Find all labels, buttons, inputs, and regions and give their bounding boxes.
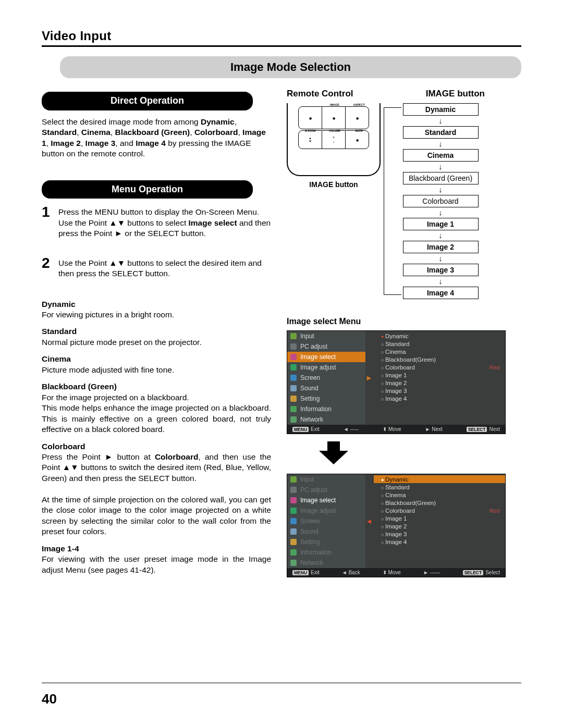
flow-box: Image 2 [403, 241, 479, 253]
mode-desc: For viewing with the user preset image m… [42, 554, 271, 575]
step-2: 2 Use the Point ▲▼ buttons to select the… [42, 256, 271, 279]
image-select-menu-heading: Image select Menu [287, 317, 506, 326]
osd-screenshot-1: Input PC adjust Image select Image adjus… [287, 330, 506, 434]
remote-btn: ▲▼ [299, 131, 322, 149]
flow-box: Standard [403, 126, 479, 139]
flow-box: Image 4 [403, 287, 479, 299]
flow-box: Colorboard [403, 195, 479, 207]
remote-btn: ◉ [322, 107, 346, 129]
pill-direct-operation: Direct Operation [42, 92, 253, 110]
remote-control-heading: Remote Control [287, 89, 353, 99]
osd-screenshot-2: Input PC adjust Image select Image adjus… [287, 474, 506, 577]
flow-box: Image 3 [403, 264, 479, 276]
remote-btn: ◉ [299, 107, 322, 129]
mode-desc: Picture mode adjusted with fine tone. [42, 365, 271, 375]
remote-btn: ◉ [346, 107, 369, 129]
flow-box: Dynamic [403, 103, 479, 116]
step-text: Use the Point ▲▼ buttons to select the d… [58, 258, 271, 279]
step-number: 1 [42, 205, 58, 219]
direct-op-text: Select the desired image mode from among… [42, 117, 271, 159]
flow-box: Image 1 [403, 218, 479, 230]
section-title: Video Input [42, 29, 521, 47]
down-arrow-icon [318, 441, 349, 466]
page-number: 40 [42, 691, 57, 707]
footer-divider [42, 683, 521, 683]
mode-label: Blackboard (Green) [42, 381, 271, 392]
mode-label: Colorboard [42, 441, 271, 452]
remote-btn: ◉ [346, 131, 369, 149]
image-button-title: IMAGE button [426, 89, 485, 99]
mode-label: Image 1-4 [42, 544, 271, 554]
mode-desc: For viewing pictures in a bright room. [42, 310, 271, 320]
flow-box: Cinema [403, 149, 479, 162]
pill-menu-operation: Menu Operation [42, 180, 253, 199]
mode-definitions: Dynamic For viewing pictures in a bright… [42, 299, 271, 575]
mode-desc: Press the Point ► button at Colorboard, … [42, 452, 271, 537]
image-mode-flow: Dynamic↓ Standard↓ Cinema↓ Blackboard (G… [391, 103, 490, 299]
mode-label: Dynamic [42, 299, 271, 310]
mode-desc: For the image projected on a blackboard.… [42, 392, 271, 435]
remote-control-illustration: IMAGEASPECT ◉ ◉ ◉ D.ZOOMVOLUMEMUTE ▲▼ ＋－… [287, 103, 381, 176]
image-button-label: IMAGE button [287, 180, 381, 189]
remote-btn: ＋－ [322, 131, 346, 149]
step-number: 2 [42, 256, 58, 270]
banner-image-mode: Image Mode Selection [60, 56, 521, 78]
step-text: Press the MENU button to display the On-… [58, 207, 271, 239]
mode-desc: Normal picture mode preset on the projec… [42, 337, 271, 348]
mode-label: Standard [42, 326, 271, 337]
svg-marker-0 [319, 441, 348, 464]
mode-label: Cinema [42, 354, 271, 364]
flow-box: Blackboard (Green) [403, 172, 479, 184]
step-1: 1 Press the MENU button to display the O… [42, 205, 271, 239]
